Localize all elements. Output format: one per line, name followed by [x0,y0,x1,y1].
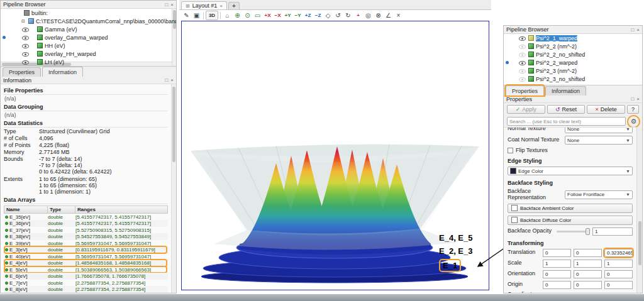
origin-y-input[interactable]: 0 [574,281,602,289]
rotate-ccw-icon[interactable]: ↺ [333,11,343,20]
pick-center-icon[interactable]: ◎ [364,11,373,20]
new-layout-tab[interactable]: + [228,2,240,9]
zoom-closest-to-data-icon[interactable]: ⊙ [243,11,252,20]
information-scrollbar[interactable] [171,84,176,293]
visibility-eye-icon[interactable] [519,75,526,82]
pipeline-tree-item[interactable]: Psi^2_2 (nm^-2) [504,42,642,50]
tab-properties[interactable]: Properties [506,85,544,96]
visibility-eye-icon[interactable] [22,58,29,65]
tab-information[interactable]: Information [545,86,586,96]
pipeline-tree-item[interactable]: LH (eV) [1,58,176,66]
backface-opacity-input[interactable]: 1 [592,227,633,236]
reset-button[interactable]: ↺Reset [547,105,586,114]
col-header-ranges[interactable]: Ranges [75,205,168,214]
table-row[interactable]: E_3[eV] double [0.831195911679, 0.831195… [4,246,168,253]
isometric-view-icon[interactable]: ◇ [323,11,333,20]
pipeline-tree-item[interactable]: Psi^2_1_warped [504,34,642,42]
visibility-eye-icon[interactable] [519,59,526,66]
pipeline-tree-item[interactable]: Psi^2_2_no_shifted [504,50,642,58]
table-row[interactable]: E_40[eV] double [5.56959731047, 5.569597… [4,253,168,260]
float-panel-icon[interactable]: □ [631,96,634,102]
float-panel-icon[interactable]: □ [165,77,168,83]
origin-x-input[interactable]: 0 [543,281,571,289]
view-minus-z-icon[interactable]: −Z [313,11,323,20]
delete-button[interactable]: ×Delete [587,105,625,114]
table-row[interactable]: E_8[eV] double [2.2758877354, 2.27588773… [4,286,168,293]
orientation-z-input[interactable]: 0 [604,270,633,278]
properties-scrollbar[interactable] [636,127,642,293]
table-row[interactable]: E_7[eV] double [2.2758877354, 2.27588773… [4,280,168,287]
table-row[interactable]: E_4[eV] double [1.48584835168, 1.4858483… [4,260,168,266]
float-panel-icon[interactable]: □ [631,27,634,33]
orientation-x-input[interactable]: 0 [543,270,571,278]
pipeline-tree-item[interactable]: overlay_Gamma_warped [1,33,176,41]
table-row[interactable]: E_35[eV] double [5.41557742317, 5.415577… [4,214,168,221]
close-panel-icon[interactable]: × [636,27,640,33]
view-minus-x-icon[interactable]: −X [273,11,282,20]
apply-button[interactable]: ✓Apply [507,105,545,114]
edit-camera-icon[interactable]: ✎ [182,11,191,20]
slider-knob[interactable] [586,228,590,235]
view-plus-x-icon[interactable]: +X [263,11,272,20]
delete-view-icon[interactable]: × [394,11,403,20]
zoom-to-box-icon[interactable]: ▭ [253,11,262,20]
backface-ambient-color-button[interactable]: Backface Ambient Color [508,204,633,213]
pipeline-tree-item[interactable]: HH (eV) [1,41,176,50]
table-row[interactable]: E_36[eV] double [5.41557742317, 5.415577… [4,220,168,227]
visibility-eye-icon[interactable] [22,34,29,41]
col-header-type[interactable]: Type [48,205,75,214]
visibility-eye-icon[interactable] [22,42,29,49]
table-row[interactable]: E_6[eV] double [1.7666735078, 1.76667350… [4,273,168,280]
translation-z-input[interactable]: 0.323524651 [604,249,633,257]
tab-information[interactable]: Information [42,67,83,77]
backface-diffuse-color-button[interactable]: Backface Diffuse Color [508,216,633,225]
scale-y-input[interactable]: 1 [574,260,602,268]
pipeline-tree-item[interactable]: ⊟ C:\TESTCASE\2DQuantumCorral_nnp\bias_0… [1,17,176,25]
table-row[interactable]: E_37[eV] double [5.52750908315, 5.527509… [4,227,168,234]
rotate-cw-icon[interactable]: ↻ [343,11,353,20]
orientation-y-input[interactable]: 0 [574,270,602,278]
pipeline-tree-item[interactable]: Psi^2_3 (nm^-2) [504,67,642,75]
origin-z-input[interactable]: 0 [604,281,633,289]
coat-normal-texture-select[interactable]: None▼ [565,136,633,145]
col-header-name[interactable]: Name [4,205,48,214]
view-plus-y-icon[interactable]: +Y [283,11,292,20]
normal-texture-select[interactable]: None▼ [565,127,633,133]
visibility-eye-icon[interactable] [22,50,29,57]
pipeline-tree-item[interactable]: Psi^2_3_no_shifted [504,75,642,83]
visibility-eye-icon[interactable] [519,43,526,50]
translation-y-input[interactable]: 0 [574,249,602,257]
scale-x-input[interactable]: 1 [543,260,571,268]
scale-z-input[interactable]: 1 [604,260,633,268]
table-row[interactable]: E_38[eV] double [5.54527553849, 5.545275… [4,233,168,240]
ruler-icon[interactable]: ∠ [384,11,393,20]
edge-color-select[interactable]: Edge Color▼ [508,167,633,175]
expander-icon[interactable]: ⊟ [21,19,27,24]
visibility-eye-icon[interactable] [22,26,29,33]
visibility-eye-icon[interactable] [519,51,526,58]
close-layout-icon[interactable]: × [219,3,223,9]
flip-textures-checkbox[interactable] [508,148,513,153]
toolbar-separator[interactable] [220,12,221,19]
pipeline-tree-item[interactable]: builtin: [1,9,176,17]
pipeline-tree-item[interactable]: Gamma (eV) [1,25,176,33]
close-panel-icon[interactable]: × [636,96,640,102]
view-minus-y-icon[interactable]: −Y [293,11,303,20]
show-center-axes-icon[interactable]: + [353,11,363,20]
translation-x-input[interactable]: 0 [543,249,571,257]
close-panel-icon[interactable]: × [170,77,174,83]
pipeline-tree-item[interactable]: overlay_HH_warped [1,50,176,58]
view-plus-z-icon[interactable]: +Z [303,11,313,20]
tab-properties[interactable]: Properties [3,67,41,77]
close-panel-icon[interactable]: × [170,2,174,8]
reset-center-icon[interactable]: ⊗ [374,11,383,20]
gear-icon[interactable]: ⚙ [631,118,637,126]
search-input[interactable]: Search ... (use Esc to clear text) [507,117,626,126]
help-button[interactable]: ? [627,105,639,114]
backface-representation-select[interactable]: Follow Frontface▼ [565,190,633,199]
table-row[interactable]: E_5[eV] double [1.50389066563, 1.5038906… [4,266,168,273]
table-row[interactable]: E_39[eV] double [5.56959731047, 5.569597… [4,240,168,247]
reset-camera-icon[interactable]: ⌂ [223,11,232,20]
backface-opacity-slider[interactable] [557,231,590,233]
toolbar-separator[interactable] [203,12,204,19]
